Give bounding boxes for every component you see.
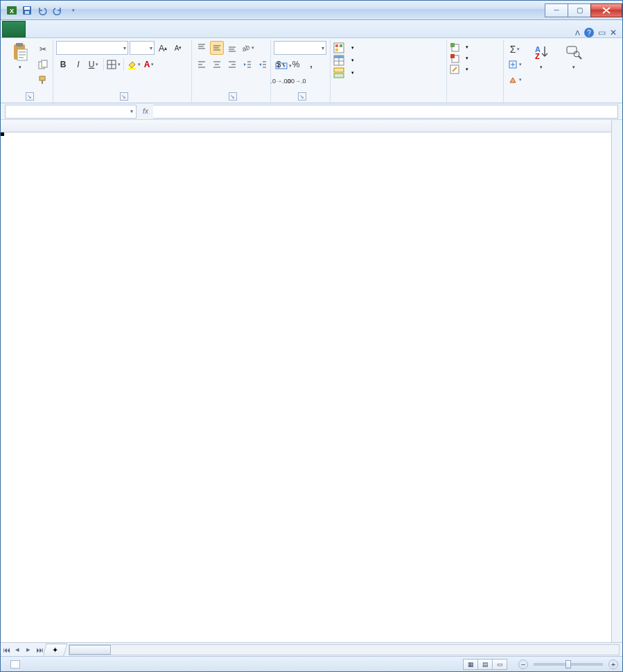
comma-format-button[interactable]: ,	[304, 58, 318, 71]
workbook-close-icon[interactable]: ✕	[610, 28, 617, 37]
qat-customize[interactable]	[66, 3, 80, 17]
svg-text:ab: ab	[241, 43, 250, 53]
minimize-ribbon-icon[interactable]: ᐱ	[575, 29, 580, 37]
accounting-format-button[interactable]: $	[274, 58, 288, 71]
svg-line-64	[579, 56, 581, 59]
zoom-in-button[interactable]: +	[608, 660, 618, 669]
tab-nav-next[interactable]: ▸	[23, 644, 34, 655]
status-bar: ▦ ▤ ▭ − +	[1, 656, 622, 671]
number-launcher[interactable]: ↘	[298, 92, 306, 101]
svg-rect-52	[334, 68, 344, 72]
increase-indent-button[interactable]	[256, 58, 270, 71]
svg-rect-53	[334, 74, 344, 78]
align-center-button[interactable]	[210, 58, 224, 71]
align-middle-button[interactable]	[210, 41, 224, 55]
cell-styles-button[interactable]: ▾	[333, 67, 354, 78]
svg-rect-9	[42, 60, 47, 67]
zoom-slider[interactable]	[534, 663, 603, 666]
font-size-combo[interactable]	[130, 41, 155, 55]
fx-button[interactable]: fx	[138, 105, 153, 118]
svg-rect-15	[128, 68, 136, 69]
macro-record-icon[interactable]	[10, 660, 20, 669]
number-format-combo[interactable]	[274, 41, 326, 55]
ribbon-tabs: ᐱ ? ▭ ✕	[1, 20, 622, 38]
clear-button[interactable]	[507, 73, 523, 87]
orientation-button[interactable]: ab	[240, 41, 254, 55]
svg-rect-10	[40, 76, 45, 80]
excel-icon: X	[5, 3, 19, 17]
align-left-button[interactable]	[195, 58, 209, 71]
sheet-tabs: ⏮ ◂ ▸ ⏭ ✦	[1, 642, 622, 656]
save-icon[interactable]	[20, 3, 34, 17]
window-restore-icon[interactable]: ▭	[598, 28, 606, 37]
svg-rect-11	[42, 80, 43, 84]
active-cell-cursor	[1, 132, 3, 135]
tab-nav-first[interactable]: ⏮	[1, 644, 12, 655]
find-select-button[interactable]: ▾	[559, 41, 588, 70]
italic-button[interactable]: I	[71, 58, 85, 71]
name-box[interactable]	[5, 105, 137, 119]
clipboard-launcher[interactable]: ↘	[26, 92, 34, 101]
close-button[interactable]	[590, 3, 622, 17]
align-right-button[interactable]	[225, 58, 239, 71]
fill-button[interactable]	[507, 58, 523, 71]
format-as-table-button[interactable]: ▾	[333, 55, 354, 66]
normal-view-button[interactable]: ▦	[463, 659, 478, 670]
svg-rect-57	[450, 54, 455, 58]
svg-rect-55	[450, 43, 455, 47]
copy-button[interactable]	[36, 58, 50, 71]
maximize-button[interactable]: ▢	[568, 3, 591, 17]
tab-nav-prev[interactable]: ◂	[12, 644, 23, 655]
shrink-font-button[interactable]: A▾	[171, 41, 185, 55]
new-sheet-button[interactable]: ✦	[43, 644, 68, 656]
ribbon: ▾ ✂ ↘ A▴ A▾ B I	[1, 38, 622, 103]
percent-format-button[interactable]: %	[289, 58, 303, 71]
svg-rect-47	[335, 49, 338, 51]
svg-rect-6	[16, 43, 23, 46]
insert-cells-button[interactable]: ▾	[450, 42, 468, 52]
column-headers[interactable]	[1, 120, 611, 132]
align-top-button[interactable]	[195, 41, 209, 55]
fill-color-button[interactable]	[127, 58, 141, 71]
redo-icon[interactable]	[51, 3, 64, 17]
cut-button[interactable]: ✂	[36, 42, 50, 56]
svg-rect-62	[567, 46, 577, 53]
font-name-combo[interactable]	[56, 41, 128, 55]
horizontal-scrollbar[interactable]	[69, 644, 620, 655]
font-launcher[interactable]: ↘	[120, 92, 128, 101]
undo-icon[interactable]	[35, 3, 49, 17]
underline-button[interactable]: U	[87, 58, 100, 71]
formula-input[interactable]	[153, 105, 618, 119]
page-layout-view-button[interactable]: ▤	[477, 659, 493, 670]
svg-text:Z: Z	[535, 52, 540, 60]
page-break-view-button[interactable]: ▭	[492, 659, 507, 670]
autosum-button[interactable]: Σ	[507, 42, 523, 56]
minimize-button[interactable]: ─	[545, 3, 568, 17]
help-icon[interactable]: ?	[584, 28, 594, 37]
bold-button[interactable]: B	[56, 58, 70, 71]
delete-cells-button[interactable]: ▾	[450, 53, 468, 63]
conditional-formatting-button[interactable]: ▾	[333, 42, 354, 53]
svg-rect-3	[24, 7, 30, 10]
file-tab[interactable]	[2, 21, 26, 37]
zoom-out-button[interactable]: −	[518, 660, 528, 669]
border-button[interactable]	[107, 58, 121, 71]
svg-text:X: X	[10, 8, 14, 15]
svg-rect-45	[335, 44, 338, 47]
svg-rect-4	[25, 11, 29, 14]
decrease-decimal-button[interactable]: .00→.0	[289, 74, 303, 88]
quick-access-toolbar: X	[5, 3, 80, 17]
format-cells-button[interactable]: ▾	[450, 64, 468, 74]
vertical-scrollbar[interactable]	[611, 120, 622, 642]
svg-rect-46	[340, 44, 342, 47]
grow-font-button[interactable]: A▴	[156, 41, 170, 55]
font-color-button[interactable]: A	[142, 58, 156, 71]
align-bottom-button[interactable]	[225, 41, 239, 55]
alignment-launcher[interactable]: ↘	[229, 92, 237, 101]
paste-button[interactable]: ▾	[6, 41, 33, 70]
sort-filter-button[interactable]: AZ ▾	[526, 41, 556, 70]
format-painter-button[interactable]	[36, 73, 50, 87]
decrease-indent-button[interactable]	[240, 58, 254, 71]
titlebar: X ─ ▢	[1, 1, 622, 20]
formula-bar: fx	[1, 103, 622, 120]
